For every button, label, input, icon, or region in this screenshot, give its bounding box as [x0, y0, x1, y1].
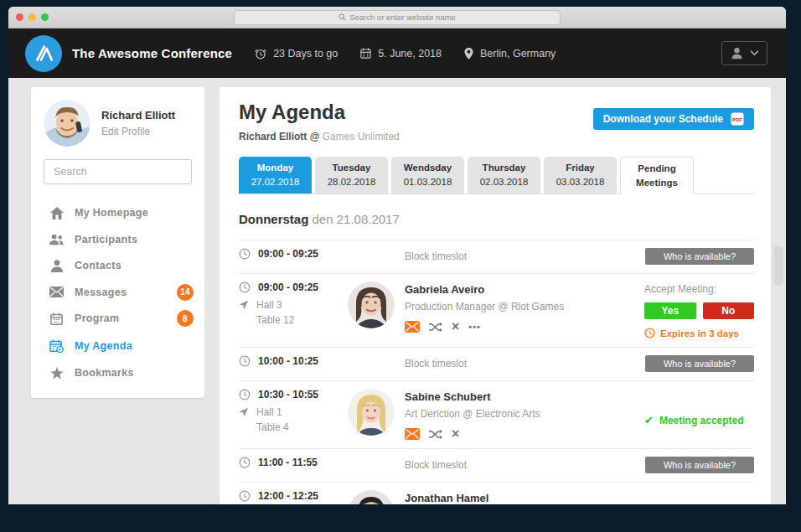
table-label: Table 4 — [256, 421, 289, 433]
timeslot: 11:00 - 11:55 — [239, 457, 348, 468]
download-schedule-label: Download your Schedule — [603, 113, 723, 125]
scrollbar-thumb[interactable] — [773, 245, 783, 286]
event-date: 5. June, 2018 — [359, 47, 442, 59]
tab-wednesday[interactable]: Wendsday 01.03.2018 — [391, 157, 464, 194]
mountain-logo-icon — [31, 41, 56, 66]
browser-chrome: Search or enter website name — [8, 7, 786, 28]
sidebar-item-label: My Agenda — [75, 340, 132, 352]
conference-logo[interactable] — [25, 35, 62, 72]
accept-meeting-label: Accept Meeting: — [644, 283, 754, 295]
agenda-row-block: 10:00 - 10:25 Block timeslot Who is avai… — [239, 347, 754, 380]
days-to-go-text: 23 Days to go — [273, 48, 338, 59]
clock-icon — [239, 490, 251, 502]
subtitle-company: Games Unlimited — [323, 131, 400, 142]
sidebar-item-participants[interactable]: Participants — [31, 226, 204, 252]
agenda-subtitle: Richard Elliott @ Games Unlimited — [239, 131, 400, 142]
sidebar-item-label: Bookmarks — [75, 367, 134, 379]
agenda-row-block: 09:00 - 09:25 Block timeslot Who is avai… — [239, 240, 754, 273]
time-range: 09:00 - 09:25 — [258, 281, 318, 293]
close-icon[interactable]: × — [452, 322, 459, 332]
timeslot: 10:00 - 10:25 — [239, 355, 348, 367]
hall-label: Hall 3 — [256, 299, 282, 311]
app-title: The Awesome Conference — [72, 46, 232, 60]
download-schedule-button[interactable]: Download your Schedule PDF — [593, 108, 754, 130]
meeting-person: Jonathan Hamel — [405, 490, 488, 504]
accept-no-button[interactable]: No — [703, 302, 755, 319]
tab-date-label: 28.02.2018 — [315, 175, 388, 189]
account-menu-button[interactable] — [721, 41, 767, 65]
day-heading-bold: Donnerstag — [239, 212, 308, 226]
agenda-rows: 09:00 - 09:25 Block timeslot Who is avai… — [239, 240, 754, 504]
date-text: 5. June, 2018 — [378, 48, 442, 59]
time-range: 10:30 - 10:55 — [258, 389, 318, 400]
tab-day-label: Monday — [239, 161, 312, 175]
app-header: The Awesome Conference 23 Days to go 5. … — [8, 28, 786, 78]
sidebar-item-label: Program — [75, 312, 120, 324]
sidebar-item-label: My Homepage — [75, 207, 148, 219]
more-icon[interactable]: ••• — [468, 322, 481, 332]
sidebar-search — [44, 159, 192, 184]
accept-yes-button[interactable]: Yes — [644, 302, 696, 319]
home-icon — [49, 207, 64, 220]
minimize-window-button[interactable] — [28, 13, 36, 21]
profile-texts: Richard Elliott Edit Profile — [101, 109, 175, 137]
time-range: 09:00 - 09:25 — [258, 248, 318, 260]
shuffle-icon[interactable] — [429, 429, 442, 440]
agenda-panel: My Agenda Richard Elliott @ Games Unlimi… — [220, 87, 771, 504]
sabine-avatar-image — [348, 389, 395, 436]
tab-thursday[interactable]: Thursday 02.03.2018 — [468, 157, 540, 194]
tab-pending-meetings[interactable]: Pending Meetings — [620, 157, 694, 194]
block-timeslot-label: Block timeslot — [405, 355, 467, 372]
tab-day-label: Thursday — [468, 161, 540, 175]
tab-day-label: Wendsday — [391, 161, 464, 175]
maximize-window-button[interactable] — [41, 13, 49, 21]
browser-window: Search or enter website name The Awesome… — [8, 7, 786, 504]
avatar[interactable] — [348, 490, 395, 504]
sidebar-item-bookmarks[interactable]: Bookmarks — [31, 359, 204, 386]
agenda-row-block: 11:00 - 11:55 Block timeslot Who is avai… — [239, 448, 754, 482]
who-is-available-button[interactable]: Who is available? — [645, 457, 754, 473]
browser-url-bar[interactable]: Search or enter website name — [234, 10, 561, 25]
shuffle-icon[interactable] — [429, 322, 442, 333]
tab-friday[interactable]: Friday 03.03.2018 — [544, 157, 617, 194]
tab-monday[interactable]: Monday 27.02.2018 — [239, 157, 312, 194]
location-text: Berlin, Germany — [480, 48, 556, 59]
sidebar-item-contacts[interactable]: Contacts — [31, 252, 204, 279]
sidebar-item-messages[interactable]: Messages 14 — [31, 279, 204, 305]
envelope-icon[interactable] — [405, 428, 420, 440]
sidebar: Richard Elliott Edit Profile My Homepage — [31, 87, 204, 398]
meeting-response: Accept Meeting: Yes No Expires in 3 days — [644, 281, 754, 338]
meeting-person: Sabine Schubert Art Deriction @ Electron… — [405, 389, 540, 440]
avatar[interactable] — [348, 281, 395, 328]
edit-profile-link[interactable]: Edit Profile — [101, 126, 175, 137]
page-title: My Agenda — [239, 101, 400, 124]
countdown: 23 Days to go — [254, 47, 338, 60]
calendar-icon — [49, 312, 64, 325]
profile-block: Richard Elliott Edit Profile — [31, 100, 204, 147]
clock-icon — [239, 389, 251, 400]
sidebar-item-program[interactable]: Program 8 — [31, 305, 204, 332]
sidebar-item-my-agenda[interactable]: My Agenda — [31, 332, 204, 359]
tab-date-label: Meetings — [621, 176, 693, 190]
tab-date-label: 02.03.2018 — [468, 175, 540, 189]
table-label: Table 12 — [256, 314, 294, 326]
search-input[interactable] — [52, 165, 190, 178]
who-is-available-button[interactable]: Who is available? — [645, 248, 754, 265]
close-window-button[interactable] — [16, 13, 23, 21]
person-role: Art Deriction @ Electronic Arts — [405, 408, 540, 420]
location-arrow-icon — [239, 300, 249, 310]
close-icon[interactable]: × — [452, 429, 459, 439]
who-is-available-button[interactable]: Who is available? — [645, 355, 754, 372]
hall-label: Hall 1 — [256, 406, 282, 418]
clock-icon — [239, 355, 251, 367]
tab-tuesday[interactable]: Tuesday 28.02.2018 — [315, 157, 388, 194]
envelope-icon[interactable] — [405, 321, 420, 333]
tab-day-label: Friday — [544, 161, 617, 175]
sidebar-item-my-homepage[interactable]: My Homepage — [31, 199, 204, 226]
url-placeholder-text: Search or enter website name — [349, 13, 456, 22]
avatar[interactable] — [44, 100, 90, 147]
profile-name: Richard Elliott — [101, 109, 175, 121]
avatar[interactable] — [348, 389, 395, 436]
timeslot: 12:00 - 12:25 — [239, 490, 348, 502]
sidebar-menu: My Homepage Participants Contacts — [31, 193, 204, 386]
